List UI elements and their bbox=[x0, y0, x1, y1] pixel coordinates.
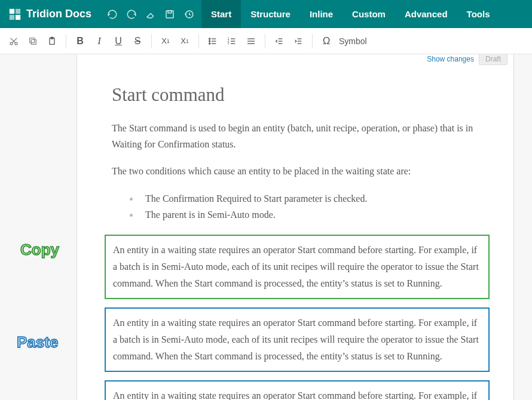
strikethrough-button[interactable]: S bbox=[129, 32, 146, 50]
format-toolbar: B I U S X1 X1 123 Ω Symbol bbox=[0, 28, 532, 54]
show-changes-link[interactable]: Show changes bbox=[427, 55, 474, 63]
subscript-button[interactable]: X1 bbox=[157, 32, 175, 50]
doc-status-strip: Show changes Draft bbox=[427, 54, 507, 65]
svg-rect-2 bbox=[10, 14, 14, 19]
conditions-list[interactable]: The Confirmation Required to Start param… bbox=[139, 190, 490, 223]
overlay-paste-label: Paste bbox=[17, 333, 58, 352]
menu-advanced[interactable]: Advanced bbox=[395, 0, 457, 28]
history-icon[interactable] bbox=[180, 1, 198, 28]
svg-rect-4 bbox=[166, 11, 173, 18]
separator bbox=[66, 34, 66, 48]
italic-button[interactable]: I bbox=[90, 32, 108, 50]
undo-icon[interactable] bbox=[103, 1, 121, 28]
svg-text:3: 3 bbox=[228, 42, 230, 45]
quick-actions bbox=[100, 1, 201, 28]
bulleted-list-icon[interactable] bbox=[204, 32, 222, 50]
omega-icon[interactable]: Ω bbox=[317, 32, 335, 50]
svg-point-19 bbox=[209, 43, 210, 44]
menu-inline[interactable]: Inline bbox=[300, 0, 343, 28]
superscript-button[interactable]: X1 bbox=[176, 32, 194, 50]
top-bar: Tridion Docs Start Structure Inline Cust… bbox=[0, 0, 532, 28]
menu-structure[interactable]: Structure bbox=[241, 0, 300, 28]
cut-icon[interactable] bbox=[5, 32, 23, 50]
save-icon[interactable] bbox=[161, 1, 179, 28]
separator bbox=[198, 34, 199, 48]
menu-tools[interactable]: Tools bbox=[457, 0, 500, 28]
paragraph-intro[interactable]: The Start command is used to begin an en… bbox=[112, 120, 490, 152]
separator bbox=[265, 34, 265, 48]
numbered-list-icon[interactable]: 123 bbox=[223, 32, 241, 50]
main-menu: Start Structure Inline Custom Advanced T… bbox=[201, 0, 499, 28]
separator bbox=[151, 34, 152, 48]
brand: Tridion Docs bbox=[0, 8, 100, 21]
svg-rect-1 bbox=[16, 8, 20, 13]
menu-start[interactable]: Start bbox=[201, 0, 241, 28]
pasted-paragraph-2[interactable]: An entity in a waiting state requires an… bbox=[105, 380, 490, 400]
document-body[interactable]: Start command The Start command is used … bbox=[77, 54, 513, 400]
align-icon[interactable] bbox=[242, 32, 260, 50]
svg-point-15 bbox=[209, 38, 210, 39]
bold-button[interactable]: B bbox=[71, 32, 89, 50]
brand-icon bbox=[8, 8, 22, 21]
brand-name: Tridion Docs bbox=[26, 8, 91, 20]
separator bbox=[312, 34, 313, 48]
copied-paragraph[interactable]: An entity in a waiting state requires an… bbox=[105, 235, 490, 299]
list-item[interactable]: The parent is in Semi-Auto mode. bbox=[139, 207, 490, 223]
indent-icon[interactable] bbox=[289, 32, 307, 50]
underline-button[interactable]: U bbox=[109, 32, 127, 50]
svg-rect-11 bbox=[31, 39, 36, 44]
redo-icon[interactable] bbox=[123, 1, 140, 28]
paragraph-conditions[interactable]: The two conditions which cause an entity… bbox=[112, 163, 490, 179]
menu-custom[interactable]: Custom bbox=[343, 0, 395, 28]
svg-rect-5 bbox=[168, 11, 172, 13]
svg-point-17 bbox=[209, 41, 210, 42]
pasted-paragraph-1[interactable]: An entity in a waiting state requires an… bbox=[105, 307, 490, 372]
svg-rect-12 bbox=[30, 38, 35, 42]
symbol-label[interactable]: Symbol bbox=[337, 36, 369, 46]
editor-canvas[interactable]: Show changes Draft Start command The Sta… bbox=[77, 54, 514, 400]
copy-icon[interactable] bbox=[24, 32, 42, 50]
overlay-copy-label: Copy bbox=[20, 241, 59, 259]
draft-chip[interactable]: Draft bbox=[479, 54, 507, 65]
svg-rect-0 bbox=[10, 8, 14, 13]
outdent-icon[interactable] bbox=[270, 32, 288, 50]
paste-icon[interactable] bbox=[43, 32, 61, 50]
page-title[interactable]: Start command bbox=[112, 84, 490, 106]
svg-rect-3 bbox=[16, 14, 20, 19]
eraser-icon[interactable] bbox=[142, 1, 160, 28]
list-item[interactable]: The Confirmation Required to Start param… bbox=[139, 190, 490, 207]
